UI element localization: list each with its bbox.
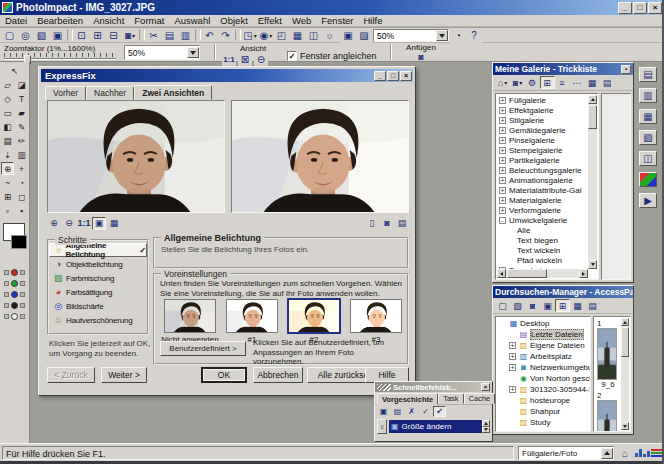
gallery-tree-item[interactable]: Text biegen xyxy=(497,235,588,245)
histogram-icon[interactable] xyxy=(634,446,650,460)
apply-icon[interactable]: ✔ xyxy=(433,406,446,417)
quick-command-icon[interactable]: ◔ xyxy=(450,29,466,43)
image-optimizer-icon[interactable]: ▦ xyxy=(290,28,306,42)
expand-icon[interactable] xyxy=(509,331,516,338)
green-channel[interactable] xyxy=(1,278,28,289)
expand-icon[interactable]: + xyxy=(499,157,506,164)
gallery-tree-item[interactable]: + Gemäldegalerie xyxy=(497,125,588,135)
quick-panel-tab[interactable]: Cache xyxy=(464,393,496,404)
minimize-button[interactable]: _ xyxy=(618,2,632,14)
expand-icon[interactable] xyxy=(509,419,516,426)
transform-tool[interactable]: ▰ xyxy=(15,106,28,119)
media-tray-icon[interactable]: ▣ xyxy=(340,29,356,43)
detail-view-icon[interactable]: ▤ xyxy=(585,299,600,312)
capture-icon[interactable]: ◉▾ xyxy=(258,28,274,42)
clear-view-icon[interactable]: ⊠ xyxy=(238,52,252,66)
panel-toggle-browse-manager-icon[interactable]: ▧ xyxy=(639,130,657,145)
fill-tool[interactable]: ◧ xyxy=(1,120,14,133)
combo-dropdown-icon[interactable] xyxy=(187,47,199,58)
panel-menu-button[interactable]: ▪ xyxy=(621,65,631,74)
zoom-tool[interactable]: ⊕ xyxy=(1,162,14,175)
menu-item[interactable]: Datei xyxy=(0,15,32,26)
window-titlebar[interactable]: PhotoImpact - IMG_3027.JPG _□× xyxy=(0,0,664,15)
frame-tool[interactable]: ◻ xyxy=(15,190,28,203)
pan-tool[interactable]: + xyxy=(15,162,28,175)
grid-tool[interactable]: ⊞ xyxy=(1,190,14,203)
back-button[interactable]: < Zurück xyxy=(47,367,95,383)
crop-tool[interactable]: ▭ xyxy=(1,106,14,119)
selection-tool[interactable]: ▱ xyxy=(1,78,14,91)
view-tab[interactable]: Vorher xyxy=(45,86,86,100)
preset-thumbnail[interactable] xyxy=(350,299,402,333)
menu-item[interactable]: Fenster xyxy=(316,15,358,26)
thumbnail-image[interactable] xyxy=(597,400,617,432)
expand-icon[interactable]: + xyxy=(499,177,506,184)
cancel-button[interactable]: Abbrechen xyxy=(253,367,303,383)
camera-icon[interactable]: ◙▾ xyxy=(122,28,138,42)
zoom-in-icon[interactable]: ⊕ xyxy=(47,217,61,230)
anchor-icon[interactable]: ♀ xyxy=(377,419,387,434)
quick-panel-tab[interactable]: Vorgeschichte xyxy=(377,393,438,405)
expand-icon[interactable]: + xyxy=(499,117,506,124)
pick-tool[interactable]: ↖ xyxy=(1,64,28,77)
expand-icon[interactable] xyxy=(511,257,515,264)
view-tab[interactable]: Nachher xyxy=(86,86,134,100)
expand-icon[interactable] xyxy=(509,408,516,415)
gallery-tree-item[interactable]: + Füllgalerie xyxy=(497,95,588,105)
expand-icon[interactable]: + xyxy=(509,342,516,349)
gallery-tree-item[interactable]: + Effektgalerie xyxy=(497,105,588,115)
panel-toggle-layer-manager-icon[interactable]: ▦ xyxy=(639,109,657,124)
menu-item[interactable]: Format xyxy=(129,15,169,26)
gallery-tree-item[interactable]: + Stempelgalerie xyxy=(497,145,588,155)
folder-tree-item[interactable]: + ▨ 301320-305944-1-kre xyxy=(497,384,589,395)
expand-icon[interactable]: + xyxy=(509,364,516,371)
folder-tree-item[interactable]: ▨ Shahpur xyxy=(497,406,589,417)
red-channel[interactable] xyxy=(1,267,28,278)
text-tool[interactable]: T xyxy=(15,92,28,105)
expand-icon[interactable]: + xyxy=(499,187,506,194)
menu-item[interactable]: Auswahl xyxy=(169,15,215,26)
dual-view-icon[interactable]: ▦ xyxy=(107,217,121,230)
thumbnail-view-icon[interactable]: ▦ xyxy=(570,299,585,312)
expand-icon[interactable] xyxy=(509,375,516,382)
vertical-scrollbar[interactable] xyxy=(621,318,629,430)
expand-icon[interactable]: + xyxy=(499,97,506,104)
expand-icon[interactable]: + xyxy=(499,107,506,114)
thumbnail-view-icon[interactable]: ▦ xyxy=(585,76,600,89)
print-preview-icon[interactable]: ⊞ xyxy=(90,28,106,42)
maximize-button[interactable]: □ xyxy=(387,71,399,81)
preset-thumbnail[interactable] xyxy=(287,298,341,334)
folder-tree-item[interactable]: + ▥ Arbeitsplatz xyxy=(497,351,589,362)
print-icon[interactable]: ⊡ xyxy=(74,28,90,42)
thumbnail-image[interactable] xyxy=(597,328,617,380)
ok-button[interactable]: OK xyxy=(201,367,247,383)
white-channel[interactable] xyxy=(1,311,28,322)
expand-icon[interactable]: + xyxy=(499,147,506,154)
panel-toggle-color-palette-icon[interactable]: ▩ xyxy=(639,172,657,187)
blue-channel[interactable] xyxy=(1,289,28,300)
panel-toggle-gallery-icon[interactable]: ▥ xyxy=(639,88,657,103)
combo-dropdown-icon[interactable] xyxy=(436,30,448,41)
history-item[interactable]: ▣ Größe ändern xyxy=(389,420,482,433)
spin-down-icon[interactable] xyxy=(482,427,490,434)
gallery-tree-item[interactable]: + Beleuchtungsgalerie xyxy=(497,165,588,175)
step-item[interactable]: ◕ Farbsättigung xyxy=(49,285,147,299)
gallery-tree-item[interactable]: Pfad wickeln xyxy=(497,255,588,265)
gallery-tree-item[interactable]: + Stilgalerie xyxy=(497,115,588,125)
folder-tree-item[interactable]: ▨ hosteurope xyxy=(497,395,589,406)
expand-icon[interactable] xyxy=(511,247,515,254)
camera-icon[interactable]: ◙ xyxy=(525,299,540,312)
zoom-out-icon[interactable]: ⊖ xyxy=(62,217,76,230)
drag-grip-icon[interactable] xyxy=(377,384,391,391)
detail-view-icon[interactable]: ▤ xyxy=(600,76,615,89)
menu-item[interactable]: Web xyxy=(287,15,316,26)
gallery-tree-item[interactable]: Alle xyxy=(497,225,588,235)
preset-option[interactable]: Nicht anwenden xyxy=(159,299,221,344)
more-icon[interactable]: ⋯ xyxy=(570,76,585,89)
new-icon[interactable]: ▢ xyxy=(2,28,18,42)
spinner[interactable] xyxy=(482,420,490,433)
save-icon[interactable]: ▣ xyxy=(50,28,66,42)
fit-view-icon[interactable]: ▣ xyxy=(92,217,106,230)
tree-view-icon[interactable]: ⊞ xyxy=(540,76,555,89)
eyedropper-tool[interactable]: ⇣ xyxy=(1,148,14,161)
